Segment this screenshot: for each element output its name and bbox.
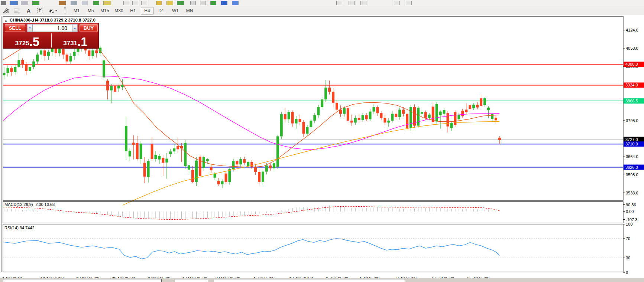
candle	[239, 159, 242, 164]
candle	[317, 107, 320, 115]
arrows-tool[interactable]: ▾	[46, 7, 59, 14]
candle	[69, 56, 72, 62]
bottom-window-tab[interactable]	[175, 279, 208, 282]
toolbar-icon-fragment[interactable]	[210, 1, 216, 5]
candle	[265, 165, 268, 171]
toolbar-icon-fragment[interactable]	[156, 1, 162, 5]
toolbar-icon-fragment[interactable]	[59, 1, 66, 5]
timeframe-button-W1[interactable]: W1	[169, 7, 182, 14]
candle	[365, 115, 368, 119]
candle	[380, 113, 382, 118]
timeframe-button-MN[interactable]: MN	[183, 7, 196, 14]
candle	[143, 163, 146, 177]
toolbar-icon-fragment[interactable]	[200, 1, 206, 5]
equidistant-channel-tool[interactable]: E	[1, 7, 11, 14]
chart-canvas[interactable]: 4124.04058.03992.03795.03664.03598.03533…	[0, 15, 644, 278]
toolbar-icon-fragment[interactable]	[166, 1, 173, 5]
toolbar-icon-fragment[interactable]	[132, 1, 138, 5]
candle	[154, 155, 157, 159]
rsi-tick: 30	[626, 256, 630, 260]
candle	[10, 68, 13, 72]
toolbar-icon-fragment[interactable]	[93, 1, 99, 5]
text-label-tool[interactable]: T	[35, 7, 45, 14]
timeframe-button-M30[interactable]: M30	[113, 7, 125, 14]
candle	[439, 112, 442, 115]
candle	[324, 88, 327, 99]
bottom-windows-strip	[0, 278, 644, 282]
timeframe-button-M5[interactable]: M5	[84, 7, 97, 14]
candle	[406, 114, 408, 128]
toolbar-icon-fragment[interactable]	[10, 1, 18, 5]
candle	[184, 143, 187, 166]
rsi-tick: 100	[626, 222, 632, 226]
toolbar-icon-fragment[interactable]	[190, 1, 196, 5]
candle	[165, 159, 168, 163]
candle	[236, 161, 238, 164]
sell-price[interactable]: 3725.5	[3, 33, 51, 48]
candle	[3, 73, 6, 75]
fibonacci-retracement-tool[interactable]: F	[13, 7, 22, 14]
toolbar-icon-fragment[interactable]	[221, 1, 227, 5]
candle	[299, 119, 301, 122]
candle	[410, 107, 412, 128]
timeframe-button-D1[interactable]: D1	[155, 7, 168, 14]
toolbar-icon-fragment[interactable]	[21, 1, 27, 5]
price-tick: 3533.0	[626, 191, 638, 195]
candle	[140, 144, 142, 159]
toolbar-icon-fragment[interactable]	[406, 1, 412, 5]
chart-window[interactable]: 4124.04058.03992.03795.03664.03598.03533…	[0, 15, 644, 278]
toolbar-icon-fragment[interactable]	[360, 1, 366, 5]
toolbar-icon-fragment[interactable]	[232, 1, 239, 5]
toolbar-icon-fragment[interactable]	[394, 1, 400, 5]
line-studies-toolbar: E F A T ▾ M1M5M15M30H1H4D1W1MN	[0, 6, 644, 15]
candle	[88, 50, 90, 56]
toolbar-icon-fragment[interactable]	[71, 1, 77, 5]
price-tick: 4058.0	[626, 46, 638, 50]
candle	[402, 109, 405, 114]
buy-button[interactable]: BUY	[80, 24, 98, 32]
candle	[47, 52, 50, 56]
panel-collapse-arrow[interactable]: ▲	[4, 19, 7, 22]
candle	[313, 115, 316, 121]
bottom-window-tab[interactable]	[3, 279, 162, 282]
buy-price[interactable]: 3731.1	[52, 33, 99, 48]
toolbar-icon-fragment[interactable]	[103, 1, 111, 5]
sell-button[interactable]: SELL	[5, 24, 25, 32]
candle	[487, 108, 490, 110]
svg-text:3924.0: 3924.0	[625, 83, 638, 87]
volume-increase-button[interactable]: ▲	[72, 24, 78, 32]
price-tick: 3598.0	[626, 173, 638, 177]
text-tool[interactable]: A	[24, 7, 33, 14]
ma-long-orange	[123, 121, 499, 205]
candle	[450, 123, 453, 128]
timeframe-button-H4[interactable]: H4	[141, 7, 153, 14]
candle	[110, 86, 113, 91]
main-toolbar-clipped[interactable]	[0, 0, 644, 6]
candle	[288, 112, 290, 119]
toolbar-drag-handle[interactable]	[64, 7, 66, 14]
toolbar-icon-fragment[interactable]	[177, 1, 184, 5]
toolbar-icon-fragment[interactable]	[123, 1, 129, 5]
volume-decrease-button[interactable]: ▼	[27, 24, 33, 32]
candle	[250, 162, 253, 167]
chevron-down-icon: ▾	[55, 9, 57, 12]
toolbar-icon-fragment[interactable]	[32, 1, 39, 5]
macd-signal-line	[3, 206, 499, 220]
candle	[295, 119, 298, 124]
macd-tick: -107.3	[626, 217, 637, 222]
bottom-window-tab[interactable]	[214, 279, 405, 282]
toolbar-icon-fragment[interactable]	[1, 1, 6, 5]
toolbar-icon-fragment[interactable]	[82, 1, 88, 5]
candle	[136, 143, 139, 159]
timeframe-button-M1[interactable]: M1	[70, 7, 83, 14]
toolbar-icon-fragment[interactable]	[349, 1, 355, 5]
toolbar-icon-fragment[interactable]	[336, 1, 342, 5]
candle	[225, 174, 227, 182]
volume-input[interactable]	[33, 24, 72, 32]
timeframe-button-M15[interactable]: M15	[98, 7, 111, 14]
toolbar-icon-fragment[interactable]	[141, 1, 147, 5]
candle	[284, 114, 287, 119]
timeframe-button-H1[interactable]: H1	[127, 7, 139, 14]
candle	[14, 67, 16, 72]
candle	[43, 50, 46, 56]
